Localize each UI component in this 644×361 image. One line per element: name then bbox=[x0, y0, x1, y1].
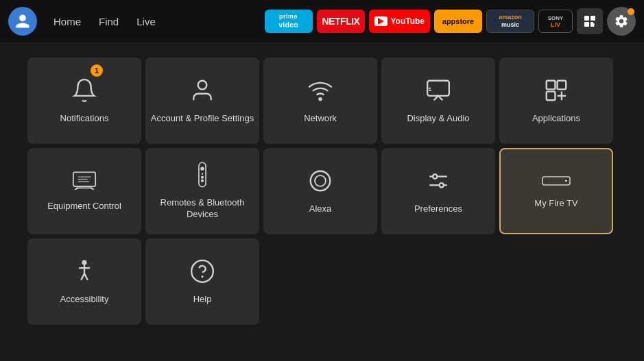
display-icon bbox=[425, 77, 451, 106]
grid-row-2: Equipment Control Remotes & Bluetooth De… bbox=[27, 148, 617, 234]
svg-rect-12 bbox=[558, 80, 567, 89]
tile-label: Equipment Control bbox=[47, 201, 121, 212]
tile-alexa[interactable]: Alexa bbox=[263, 148, 377, 234]
tile-equipment-control[interactable]: Equipment Control bbox=[27, 148, 141, 234]
grid-row-1: 1 Notifications Account & Profile Settin… bbox=[27, 58, 617, 144]
tile-network[interactable]: Network bbox=[263, 58, 377, 144]
tile-label: Remotes & Bluetooth Devices bbox=[145, 197, 259, 221]
svg-rect-0 bbox=[584, 16, 589, 21]
tile-my-fire-tv[interactable]: My Fire TV bbox=[499, 148, 613, 234]
svg-point-36 bbox=[83, 261, 86, 264]
grid-icon-button[interactable] bbox=[577, 8, 603, 34]
svg-point-28 bbox=[311, 171, 331, 190]
svg-rect-2 bbox=[584, 22, 589, 27]
app-youtube[interactable]: YouTube bbox=[369, 10, 430, 33]
tile-remotes-bluetooth[interactable]: Remotes & Bluetooth Devices bbox=[145, 148, 259, 234]
tile-label: Network bbox=[304, 113, 337, 125]
alexa-icon bbox=[307, 168, 333, 197]
svg-rect-3 bbox=[591, 22, 593, 27]
svg-rect-13 bbox=[547, 91, 556, 100]
tile-applications[interactable]: Applications bbox=[499, 58, 613, 144]
tile-display-audio[interactable]: Display & Audio bbox=[381, 58, 495, 144]
tile-accessibility[interactable]: Accessibility bbox=[27, 238, 141, 325]
app-appstore[interactable]: appstore bbox=[434, 10, 482, 33]
svg-point-24 bbox=[201, 167, 204, 170]
svg-point-6 bbox=[198, 80, 207, 89]
svg-rect-1 bbox=[591, 16, 595, 21]
svg-rect-8 bbox=[427, 80, 449, 95]
svg-point-33 bbox=[440, 183, 444, 187]
tile-label: Alexa bbox=[309, 203, 332, 215]
notification-badge: 1 bbox=[91, 64, 103, 77]
app-sony-liv[interactable]: SONY LIV bbox=[538, 10, 573, 33]
tile-label: Help bbox=[193, 294, 212, 306]
navbar: Home Find Live prime video NETFLIX YouTu… bbox=[0, 0, 644, 42]
app-amazon-music[interactable]: amazon music bbox=[486, 10, 534, 33]
nav-find[interactable]: Find bbox=[92, 12, 126, 32]
nav-links: Home Find Live bbox=[47, 12, 163, 32]
wifi-icon bbox=[307, 77, 333, 106]
tile-account[interactable]: Account & Profile Settings bbox=[145, 58, 259, 144]
help-icon bbox=[189, 258, 215, 287]
tile-label: Applications bbox=[532, 113, 580, 125]
settings-notification-dot bbox=[628, 8, 634, 15]
settings-button[interactable] bbox=[607, 7, 636, 36]
svg-point-7 bbox=[319, 98, 321, 100]
grid-row-3: Accessibility Help bbox=[27, 238, 617, 325]
svg-point-29 bbox=[315, 175, 326, 186]
svg-line-39 bbox=[81, 273, 84, 280]
tile-label: Preferences bbox=[414, 203, 462, 215]
svg-rect-11 bbox=[547, 80, 556, 89]
tile-notifications[interactable]: 1 Notifications bbox=[27, 58, 141, 144]
tile-help[interactable]: Help bbox=[145, 238, 259, 325]
tile-label: Notifications bbox=[60, 113, 109, 125]
nav-live[interactable]: Live bbox=[130, 12, 163, 32]
app-netflix[interactable]: NETFLIX bbox=[317, 10, 366, 33]
firetv-icon bbox=[541, 173, 571, 191]
tile-preferences[interactable]: Preferences bbox=[381, 148, 495, 234]
tile-label: My Fire TV bbox=[534, 198, 577, 210]
settings-grid: 1 Notifications Account & Profile Settin… bbox=[0, 42, 644, 340]
user-avatar[interactable] bbox=[8, 7, 37, 36]
accessibility-icon bbox=[71, 258, 97, 287]
svg-line-40 bbox=[84, 273, 88, 280]
apps-icon bbox=[543, 77, 569, 106]
remote-icon bbox=[195, 162, 209, 190]
person-icon bbox=[189, 77, 215, 106]
tile-label: Account & Profile Settings bbox=[151, 113, 254, 125]
tv-icon bbox=[71, 171, 97, 194]
svg-point-32 bbox=[433, 174, 437, 178]
tile-label: Display & Audio bbox=[407, 113, 469, 125]
bell-icon bbox=[71, 77, 97, 106]
app-prime-video[interactable]: prime video bbox=[265, 10, 313, 33]
svg-line-18 bbox=[75, 188, 78, 189]
nav-apps: prime video NETFLIX YouTube appstore ama… bbox=[265, 7, 636, 36]
svg-point-27 bbox=[202, 180, 204, 182]
tile-label: Accessibility bbox=[60, 294, 109, 306]
svg-point-26 bbox=[202, 177, 204, 179]
nav-home[interactable]: Home bbox=[47, 12, 88, 32]
svg-line-19 bbox=[91, 188, 94, 189]
sliders-icon bbox=[425, 168, 451, 197]
svg-point-41 bbox=[191, 260, 213, 282]
